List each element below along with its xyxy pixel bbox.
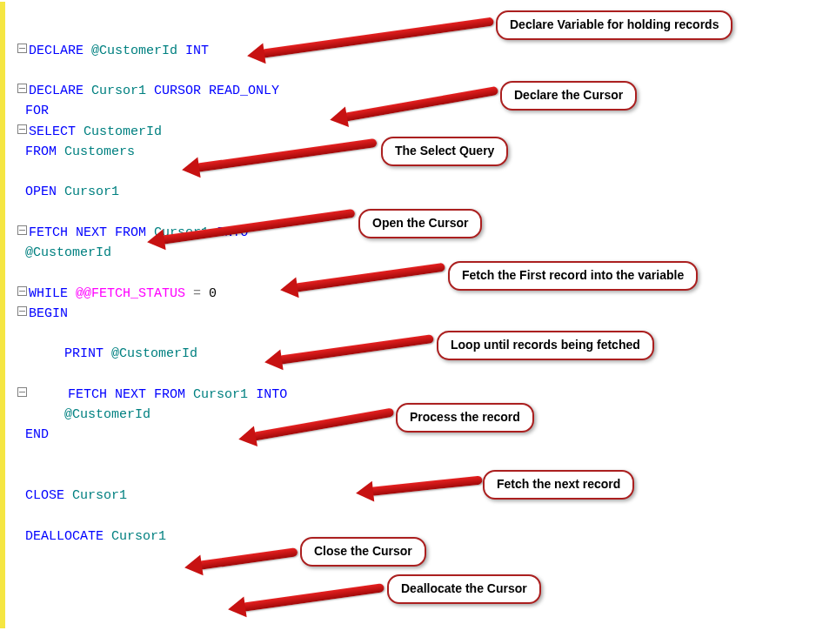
tbl-customers: Customers [64, 144, 135, 159]
fold-toggle-icon[interactable] [17, 124, 27, 134]
fold-toggle-icon[interactable] [17, 387, 27, 397]
arrow-icon [343, 86, 498, 122]
blank-line [17, 205, 25, 220]
blank-line [17, 367, 25, 382]
var-customerid: @CustomerId [111, 346, 197, 361]
fold-toggle-icon[interactable] [17, 306, 27, 316]
callout-loop: Loop until records being fetched [437, 331, 654, 360]
kw-next: NEXT [76, 225, 107, 240]
kw-declare: DECLARE [29, 44, 84, 58]
var-customerid: @CustomerId [64, 407, 150, 422]
blank-line [17, 64, 25, 78]
kw-from: FROM [115, 225, 146, 240]
id-cursor1: Cursor1 [91, 84, 146, 98]
kw-fetch: FETCH [29, 225, 68, 240]
callout-deallocate: Deallocate the Cursor [387, 574, 541, 604]
blank-line [17, 508, 25, 523]
arrow-icon [260, 17, 494, 57]
callout-declare-cursor: Declare the Cursor [500, 81, 637, 111]
callout-fetch-first: Fetch the First record into the variable [448, 261, 698, 291]
kw-into: INTO [256, 387, 287, 402]
callout-open-cursor: Open the Cursor [358, 209, 482, 238]
kw-end: END [25, 427, 49, 442]
var-customerid: @CustomerId [91, 44, 177, 58]
fold-toggle-icon[interactable] [17, 44, 27, 53]
var-customerid: @CustomerId [25, 245, 111, 260]
kw-next: NEXT [115, 387, 146, 402]
blank-line [17, 468, 25, 483]
callout-select-query: The Select Query [381, 137, 508, 166]
kw-while: WHILE [29, 286, 68, 301]
kw-from: FROM [154, 387, 185, 402]
blank-line [17, 265, 25, 280]
sysvar-fetchstatus: @@FETCH_STATUS [76, 286, 185, 301]
kw-for: FOR [25, 104, 49, 118]
kw-close: CLOSE [25, 488, 64, 503]
kw-open: OPEN [25, 184, 57, 199]
gutter-modified-strip [0, 2, 5, 628]
callout-declare-var: Declare Variable for holding records [496, 10, 732, 40]
blank-line [17, 448, 25, 463]
callout-process: Process the record [396, 403, 534, 433]
callout-fetch-next: Fetch the next record [483, 470, 634, 500]
callout-close: Close the Cursor [300, 537, 426, 567]
arrow-icon [369, 475, 482, 496]
col-customerid: CustomerId [84, 124, 162, 139]
kw-int: INT [185, 44, 209, 58]
kw-begin: BEGIN [29, 306, 68, 321]
blank-line [17, 164, 25, 179]
fold-toggle-icon[interactable] [17, 286, 27, 296]
arrow-icon [241, 583, 385, 612]
code-editor[interactable]: DECLARE @CustomerId INT DECLARE Cursor1 … [17, 0, 287, 567]
kw-select: SELECT [29, 124, 76, 139]
fold-toggle-icon[interactable] [17, 84, 27, 93]
num-zero: 0 [209, 286, 217, 301]
kw-readonly: READ_ONLY [209, 84, 279, 98]
arrow-icon [278, 334, 434, 365]
id-cursor1: Cursor1 [64, 184, 119, 199]
kw-deallocate: DEALLOCATE [25, 529, 104, 544]
kw-declare: DECLARE [29, 84, 84, 98]
kw-fetch: FETCH [68, 387, 107, 402]
arrow-icon [293, 263, 445, 292]
id-cursor1: Cursor1 [111, 529, 166, 544]
kw-from: FROM [25, 144, 57, 159]
kw-print: PRINT [64, 346, 104, 361]
id-cursor1: Cursor1 [72, 488, 127, 503]
blank-line [17, 326, 25, 341]
kw-cursor: CURSOR [154, 84, 201, 98]
op-equals: = [193, 286, 201, 301]
fold-toggle-icon[interactable] [17, 225, 27, 235]
id-cursor1: Cursor1 [193, 387, 248, 402]
blank-line [17, 23, 25, 37]
